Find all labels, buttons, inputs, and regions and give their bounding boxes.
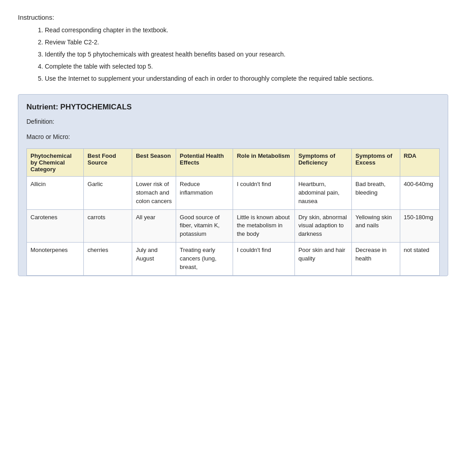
header-phytochem: Phytochemical by Chemical Category: [27, 149, 84, 177]
nutrient-macro-label: Macro or Micro:: [26, 133, 440, 140]
cell-symptoms-def-2: Poor skin and hair quality: [294, 243, 351, 276]
nutrient-box: Nutrient: PHYTOCHEMICALS Definition: Mac…: [18, 94, 448, 276]
cell-best-food-0: Garlic: [84, 177, 132, 210]
cell-best-food-2: cherries: [84, 243, 132, 276]
cell-role-0: I couldn't find: [233, 177, 294, 210]
header-potential: Potential Health Effects: [176, 149, 233, 177]
instruction-item-1: Read corresponding chapter in the textbo…: [45, 26, 458, 35]
cell-role-2: I couldn't find: [233, 243, 294, 276]
table-row: Carotenes carrots All year Good source o…: [27, 209, 440, 243]
phytochemicals-table: Phytochemical by Chemical Category Best …: [26, 148, 440, 276]
nutrient-title: Nutrient: PHYTOCHEMICALS: [26, 103, 440, 112]
cell-potential-1: Good source of fiber, vitamin K, potassi…: [176, 209, 233, 243]
cell-rda-2: not stated: [400, 243, 439, 276]
cell-best-season-2: July and August: [132, 243, 176, 276]
cell-phytochem-0: Allicin: [27, 177, 84, 210]
cell-symptoms-def-1: Dry skin, abnormal visual adaption to da…: [294, 209, 351, 243]
cell-symptoms-exc-0: Bad breath, bleeding: [351, 177, 400, 210]
cell-best-season-1: All year: [132, 209, 176, 243]
header-role: Role in Metabolism: [233, 149, 294, 177]
table-header-row: Phytochemical by Chemical Category Best …: [27, 149, 440, 177]
instruction-item-2: Review Table C2-2.: [45, 38, 458, 47]
cell-symptoms-exc-1: Yellowing skin and nails: [351, 209, 400, 243]
cell-potential-2: Treating early cancers (lung, breast,: [176, 243, 233, 276]
cell-symptoms-def-0: Heartburn, abdominal pain, nausea: [294, 177, 351, 210]
cell-phytochem-1: Carotenes: [27, 209, 84, 243]
cell-rda-0: 400-640mg: [400, 177, 439, 210]
cell-symptoms-exc-2: Decrease in health: [351, 243, 400, 276]
instruction-item-4: Complete the table with selected top 5.: [45, 62, 458, 71]
cell-role-1: Little is known about the metabolism in …: [233, 209, 294, 243]
header-best-food: Best Food Source: [84, 149, 132, 177]
instruction-item-5: Use the Internet to supplement your unde…: [45, 74, 458, 83]
header-symptoms-excess: Symptoms of Excess: [351, 149, 400, 177]
header-best-season: Best Season: [132, 149, 176, 177]
instructions-list: Read corresponding chapter in the textbo…: [18, 26, 458, 83]
cell-rda-1: 150-180mg: [400, 209, 439, 243]
cell-potential-0: Reduce inflammation: [176, 177, 233, 210]
nutrient-definition-label: Definition:: [26, 118, 440, 125]
table-row: Allicin Garlic Lower risk of stomach and…: [27, 177, 440, 210]
instruction-item-3: Identify the top 5 phytochemicals with g…: [45, 50, 458, 59]
header-rda: RDA: [400, 149, 439, 177]
cell-best-food-1: carrots: [84, 209, 132, 243]
table-row: Monoterpenes cherries July and August Tr…: [27, 243, 440, 276]
instructions-title: Instructions:: [18, 13, 458, 21]
cell-phytochem-2: Monoterpenes: [27, 243, 84, 276]
cell-best-season-0: Lower risk of stomach and colon cancers: [132, 177, 176, 210]
header-symptoms-deficiency: Symptoms of Deficiency: [294, 149, 351, 177]
